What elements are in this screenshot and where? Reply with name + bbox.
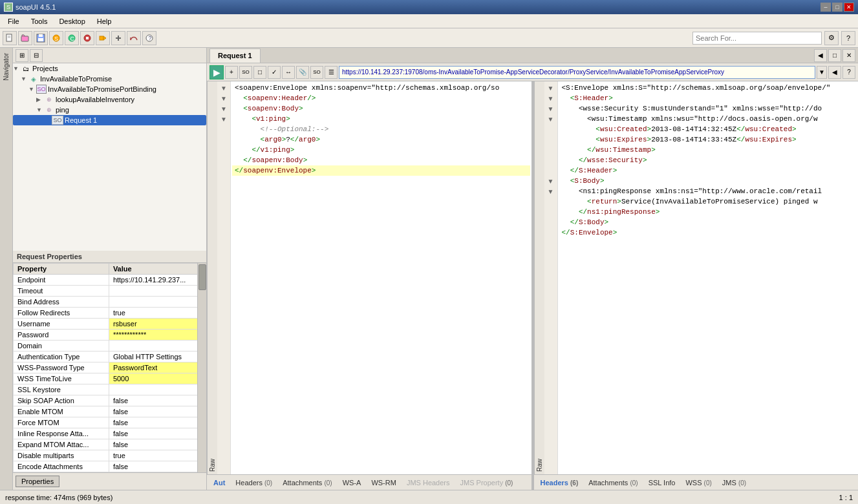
request-xml-content[interactable]: <soapenv:Envelope xmlns:soapenv="http://… <box>231 81 531 474</box>
url-input[interactable] <box>339 66 815 79</box>
properties-button[interactable]: Properties <box>16 476 59 487</box>
attachments-req-tab[interactable]: Attachments (0) <box>280 478 334 488</box>
gutter-line[interactable]: ▼ <box>544 103 557 114</box>
table-row[interactable]: Timeout <box>14 286 206 297</box>
icon-btn-7[interactable] <box>96 31 110 45</box>
app-icon: S <box>4 3 13 12</box>
wss-tab[interactable]: WSS (0) <box>683 478 714 488</box>
tree-item-projects[interactable]: ▼ 🗂 Projects <box>13 63 206 74</box>
help-menu[interactable]: Help <box>92 16 117 26</box>
gutter-line[interactable]: ▼ <box>217 83 230 93</box>
main-toolbar: S C ? ⚙ ? <box>0 28 858 48</box>
table-row[interactable]: WSS-Password TypePasswordText <box>14 362 206 373</box>
tab-close[interactable]: ✕ <box>842 49 855 62</box>
tree-item-ping[interactable]: ▼ ⊕ ping <box>13 105 206 115</box>
new-button[interactable] <box>3 31 17 45</box>
app-title: soapUI 4.5.1 <box>16 3 56 11</box>
ssl-info-tab[interactable]: SSL Info <box>646 478 678 488</box>
icon-btn-10[interactable]: ? <box>142 31 156 45</box>
tree-item-invavailable[interactable]: ▼ ◈ InvAvailableToPromise <box>13 74 206 84</box>
gutter-line[interactable]: ▼ <box>544 186 557 196</box>
gutter-line[interactable]: ▼ <box>544 93 557 103</box>
search-options-button[interactable]: ⚙ <box>824 31 839 45</box>
request-gutter: ▼▼▼▼ <box>217 81 231 474</box>
table-row[interactable]: Enable MTOMfalse <box>14 406 206 417</box>
icon-btn-5[interactable]: C <box>65 31 79 45</box>
save-button[interactable] <box>34 31 48 45</box>
attachments-resp-tab[interactable]: Attachments (0) <box>586 478 640 488</box>
tree-invavailable-label: InvAvailableToPromise <box>40 75 112 83</box>
request1-tab[interactable]: Request 1 <box>209 48 261 63</box>
gutter-line[interactable]: ▼ <box>544 114 557 124</box>
close-button[interactable]: ✕ <box>844 3 854 12</box>
file-menu[interactable]: File <box>3 16 25 26</box>
table-row[interactable]: Skip SOAP Actionfalse <box>14 395 206 406</box>
table-row[interactable]: Expand MTOM Attac...false <box>14 439 206 450</box>
add-param-button[interactable]: + <box>225 66 238 79</box>
gutter-line[interactable]: ▼ <box>217 114 230 124</box>
soap-format-button[interactable]: SO <box>239 66 252 79</box>
icon-btn-6[interactable] <box>80 31 94 45</box>
xml-line: </S:Body> <box>559 217 857 227</box>
tree-item-portbinding[interactable]: ▼ SO InvAvailableToPromisePortBinding <box>13 84 206 94</box>
tree-toolbar-btn1[interactable]: ⊞ <box>16 49 28 62</box>
table-row[interactable]: Password************ <box>14 330 206 341</box>
table-row[interactable]: WSS TimeToLive5000 <box>14 373 206 384</box>
tab-ctrl-1[interactable]: ◀ <box>814 49 827 62</box>
gutter-line[interactable]: ▼ <box>544 83 557 93</box>
tree-toolbar-btn2[interactable]: ⊟ <box>30 49 43 62</box>
search-input[interactable] <box>692 32 822 45</box>
table-row[interactable]: Follow Redirectstrue <box>14 308 206 319</box>
table-row[interactable]: Authentication TypeGlobal HTTP Settings <box>14 352 206 362</box>
wsrm-tab[interactable]: WS-RM <box>369 478 399 488</box>
run-button[interactable]: ▶ <box>209 65 224 79</box>
format-button[interactable]: □ <box>253 66 266 79</box>
table-row[interactable]: Endpointhttps://10.141.29.237... <box>14 275 206 286</box>
tools-menu[interactable]: Tools <box>26 16 53 26</box>
icon-btn-9[interactable] <box>127 31 141 45</box>
jms-property-tab[interactable]: JMS Property (0) <box>458 478 516 488</box>
so-btn2[interactable]: SO <box>310 66 323 79</box>
table-row[interactable]: Disable multipartstrue <box>14 450 206 461</box>
url-dropdown[interactable]: ▼ <box>817 66 827 79</box>
gutter-line <box>217 155 230 165</box>
table-row[interactable]: SSL Keystore <box>14 384 206 395</box>
open-button[interactable] <box>18 31 32 45</box>
minimize-button[interactable]: – <box>820 3 831 12</box>
headers-req-tab[interactable]: Headers (0) <box>233 478 275 488</box>
icon-btn-8[interactable] <box>111 31 125 45</box>
table-row[interactable]: Usernamersbuser <box>14 319 206 330</box>
gutter-line[interactable]: ▼ <box>217 103 230 114</box>
table-row[interactable]: Domain <box>14 341 206 352</box>
table-row[interactable]: Inline Response Atta...false <box>14 428 206 439</box>
icon-btn-4[interactable]: S <box>49 31 63 45</box>
jms-resp-tab[interactable]: JMS (0) <box>720 478 749 488</box>
validate-button[interactable]: ✓ <box>268 66 281 79</box>
gutter-line <box>544 124 557 134</box>
table-row[interactable]: Force MTOMfalse <box>14 417 206 428</box>
xml-line: </v1:ping> <box>232 145 530 155</box>
search-help-button[interactable]: ? <box>841 31 855 45</box>
window-controls[interactable]: – □ ✕ <box>820 3 854 12</box>
table-row[interactable]: Bind Address <box>14 297 206 308</box>
gutter-line[interactable]: ▼ <box>217 93 230 103</box>
jms-headers-tab[interactable]: JMS Headers <box>404 478 453 488</box>
wsa-tab[interactable]: WS-A <box>340 478 364 488</box>
tree-item-request1[interactable]: SO Request 1 <box>13 115 206 125</box>
table-row[interactable]: Encode Attachmentsfalse <box>14 461 206 472</box>
attach-button[interactable]: 📎 <box>296 66 309 79</box>
desktop-menu[interactable]: Desktop <box>54 16 90 26</box>
tree-lookup-label: lookupAvailableInventory <box>56 96 134 103</box>
maximize-button[interactable]: □ <box>832 3 842 12</box>
gutter-line[interactable]: ▼ <box>544 176 557 186</box>
tab-ctrl-2[interactable]: □ <box>828 49 841 62</box>
headers-resp-tab[interactable]: Headers (6) <box>538 478 581 488</box>
wrap-button[interactable]: ↔ <box>282 66 295 79</box>
aut-tab[interactable]: Aut <box>211 478 228 488</box>
tree-item-lookup[interactable]: ▶ ⊕ lookupAvailableInventory <box>13 94 206 105</box>
response-xml-content[interactable]: <S:Envelope xmlns:S="http://schemas.xmls… <box>558 81 859 474</box>
url-help-btn[interactable]: ? <box>842 66 855 79</box>
options-btn[interactable]: ☰ <box>325 66 338 79</box>
table-row[interactable]: Enable Inline Filesfalse <box>14 472 206 473</box>
url-left-btn[interactable]: ◀ <box>828 66 841 79</box>
